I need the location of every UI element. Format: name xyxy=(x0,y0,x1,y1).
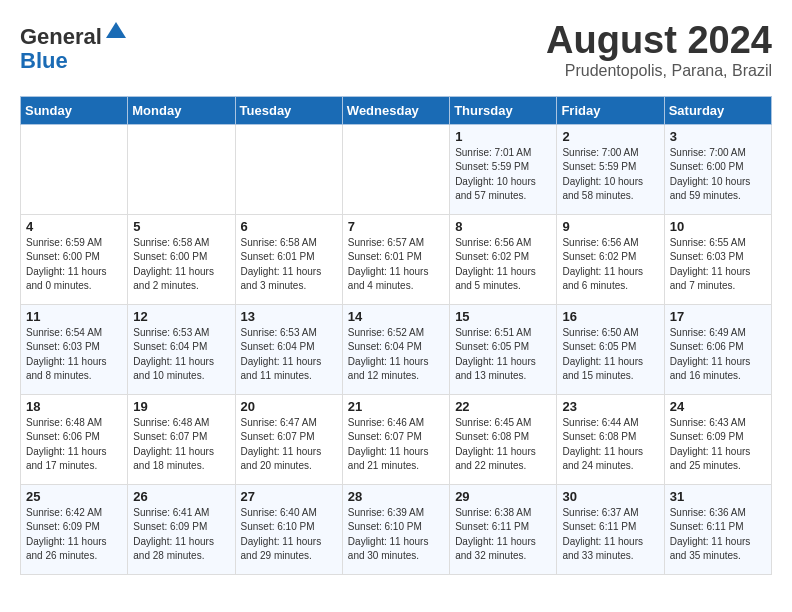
day-info: Sunrise: 6:52 AM Sunset: 6:04 PM Dayligh… xyxy=(348,326,444,384)
page-header: General Blue August 2024 Prudentopolis, … xyxy=(20,20,772,80)
day-number: 31 xyxy=(670,489,766,504)
day-info: Sunrise: 6:46 AM Sunset: 6:07 PM Dayligh… xyxy=(348,416,444,474)
day-number: 24 xyxy=(670,399,766,414)
calendar-cell: 14Sunrise: 6:52 AM Sunset: 6:04 PM Dayli… xyxy=(342,304,449,394)
calendar-cell: 9Sunrise: 6:56 AM Sunset: 6:02 PM Daylig… xyxy=(557,214,664,304)
day-info: Sunrise: 6:40 AM Sunset: 6:10 PM Dayligh… xyxy=(241,506,337,564)
day-number: 23 xyxy=(562,399,658,414)
day-number: 22 xyxy=(455,399,551,414)
calendar-cell: 25Sunrise: 6:42 AM Sunset: 6:09 PM Dayli… xyxy=(21,484,128,574)
header-day: Saturday xyxy=(664,96,771,124)
calendar-header: SundayMondayTuesdayWednesdayThursdayFrid… xyxy=(21,96,772,124)
header-day: Monday xyxy=(128,96,235,124)
calendar-cell: 10Sunrise: 6:55 AM Sunset: 6:03 PM Dayli… xyxy=(664,214,771,304)
calendar-week-row: 11Sunrise: 6:54 AM Sunset: 6:03 PM Dayli… xyxy=(21,304,772,394)
calendar-body: 1Sunrise: 7:01 AM Sunset: 5:59 PM Daylig… xyxy=(21,124,772,574)
logo-text: General Blue xyxy=(20,20,128,73)
day-info: Sunrise: 6:42 AM Sunset: 6:09 PM Dayligh… xyxy=(26,506,122,564)
day-number: 3 xyxy=(670,129,766,144)
day-number: 30 xyxy=(562,489,658,504)
day-number: 20 xyxy=(241,399,337,414)
day-number: 12 xyxy=(133,309,229,324)
day-info: Sunrise: 6:55 AM Sunset: 6:03 PM Dayligh… xyxy=(670,236,766,294)
logo-general: General xyxy=(20,24,102,49)
calendar-cell xyxy=(21,124,128,214)
calendar-cell: 1Sunrise: 7:01 AM Sunset: 5:59 PM Daylig… xyxy=(450,124,557,214)
calendar-cell xyxy=(235,124,342,214)
calendar-cell: 22Sunrise: 6:45 AM Sunset: 6:08 PM Dayli… xyxy=(450,394,557,484)
day-number: 4 xyxy=(26,219,122,234)
day-number: 5 xyxy=(133,219,229,234)
calendar-table: SundayMondayTuesdayWednesdayThursdayFrid… xyxy=(20,96,772,575)
day-info: Sunrise: 7:00 AM Sunset: 5:59 PM Dayligh… xyxy=(562,146,658,204)
calendar-week-row: 18Sunrise: 6:48 AM Sunset: 6:06 PM Dayli… xyxy=(21,394,772,484)
calendar-cell xyxy=(128,124,235,214)
calendar-cell: 12Sunrise: 6:53 AM Sunset: 6:04 PM Dayli… xyxy=(128,304,235,394)
calendar-cell: 16Sunrise: 6:50 AM Sunset: 6:05 PM Dayli… xyxy=(557,304,664,394)
day-number: 11 xyxy=(26,309,122,324)
header-day: Tuesday xyxy=(235,96,342,124)
day-info: Sunrise: 6:56 AM Sunset: 6:02 PM Dayligh… xyxy=(562,236,658,294)
day-info: Sunrise: 7:01 AM Sunset: 5:59 PM Dayligh… xyxy=(455,146,551,204)
day-number: 15 xyxy=(455,309,551,324)
calendar-cell: 3Sunrise: 7:00 AM Sunset: 6:00 PM Daylig… xyxy=(664,124,771,214)
day-number: 26 xyxy=(133,489,229,504)
day-info: Sunrise: 6:45 AM Sunset: 6:08 PM Dayligh… xyxy=(455,416,551,474)
calendar-cell xyxy=(342,124,449,214)
day-number: 6 xyxy=(241,219,337,234)
calendar-cell: 27Sunrise: 6:40 AM Sunset: 6:10 PM Dayli… xyxy=(235,484,342,574)
day-number: 28 xyxy=(348,489,444,504)
day-info: Sunrise: 6:47 AM Sunset: 6:07 PM Dayligh… xyxy=(241,416,337,474)
day-info: Sunrise: 6:58 AM Sunset: 6:01 PM Dayligh… xyxy=(241,236,337,294)
header-day: Sunday xyxy=(21,96,128,124)
day-info: Sunrise: 7:00 AM Sunset: 6:00 PM Dayligh… xyxy=(670,146,766,204)
day-number: 18 xyxy=(26,399,122,414)
day-number: 7 xyxy=(348,219,444,234)
day-number: 27 xyxy=(241,489,337,504)
day-number: 8 xyxy=(455,219,551,234)
day-info: Sunrise: 6:41 AM Sunset: 6:09 PM Dayligh… xyxy=(133,506,229,564)
logo-icon xyxy=(104,20,128,44)
day-number: 17 xyxy=(670,309,766,324)
day-info: Sunrise: 6:43 AM Sunset: 6:09 PM Dayligh… xyxy=(670,416,766,474)
day-info: Sunrise: 6:56 AM Sunset: 6:02 PM Dayligh… xyxy=(455,236,551,294)
calendar-cell: 2Sunrise: 7:00 AM Sunset: 5:59 PM Daylig… xyxy=(557,124,664,214)
day-info: Sunrise: 6:58 AM Sunset: 6:00 PM Dayligh… xyxy=(133,236,229,294)
day-info: Sunrise: 6:54 AM Sunset: 6:03 PM Dayligh… xyxy=(26,326,122,384)
day-info: Sunrise: 6:50 AM Sunset: 6:05 PM Dayligh… xyxy=(562,326,658,384)
calendar-cell: 7Sunrise: 6:57 AM Sunset: 6:01 PM Daylig… xyxy=(342,214,449,304)
calendar-cell: 26Sunrise: 6:41 AM Sunset: 6:09 PM Dayli… xyxy=(128,484,235,574)
day-info: Sunrise: 6:51 AM Sunset: 6:05 PM Dayligh… xyxy=(455,326,551,384)
day-info: Sunrise: 6:36 AM Sunset: 6:11 PM Dayligh… xyxy=(670,506,766,564)
logo: General Blue xyxy=(20,20,128,73)
calendar-week-row: 1Sunrise: 7:01 AM Sunset: 5:59 PM Daylig… xyxy=(21,124,772,214)
day-number: 29 xyxy=(455,489,551,504)
header-row: SundayMondayTuesdayWednesdayThursdayFrid… xyxy=(21,96,772,124)
calendar-cell: 8Sunrise: 6:56 AM Sunset: 6:02 PM Daylig… xyxy=(450,214,557,304)
day-number: 16 xyxy=(562,309,658,324)
day-info: Sunrise: 6:38 AM Sunset: 6:11 PM Dayligh… xyxy=(455,506,551,564)
day-info: Sunrise: 6:48 AM Sunset: 6:07 PM Dayligh… xyxy=(133,416,229,474)
day-info: Sunrise: 6:53 AM Sunset: 6:04 PM Dayligh… xyxy=(241,326,337,384)
day-number: 2 xyxy=(562,129,658,144)
calendar-week-row: 4Sunrise: 6:59 AM Sunset: 6:00 PM Daylig… xyxy=(21,214,772,304)
calendar-cell: 23Sunrise: 6:44 AM Sunset: 6:08 PM Dayli… xyxy=(557,394,664,484)
calendar-cell: 28Sunrise: 6:39 AM Sunset: 6:10 PM Dayli… xyxy=(342,484,449,574)
location: Prudentopolis, Parana, Brazil xyxy=(546,62,772,80)
day-number: 25 xyxy=(26,489,122,504)
header-day: Wednesday xyxy=(342,96,449,124)
day-number: 13 xyxy=(241,309,337,324)
calendar-cell: 19Sunrise: 6:48 AM Sunset: 6:07 PM Dayli… xyxy=(128,394,235,484)
calendar-cell: 11Sunrise: 6:54 AM Sunset: 6:03 PM Dayli… xyxy=(21,304,128,394)
day-info: Sunrise: 6:59 AM Sunset: 6:00 PM Dayligh… xyxy=(26,236,122,294)
day-number: 10 xyxy=(670,219,766,234)
day-info: Sunrise: 6:57 AM Sunset: 6:01 PM Dayligh… xyxy=(348,236,444,294)
logo-blue: Blue xyxy=(20,48,68,73)
calendar-cell: 20Sunrise: 6:47 AM Sunset: 6:07 PM Dayli… xyxy=(235,394,342,484)
day-number: 14 xyxy=(348,309,444,324)
day-info: Sunrise: 6:53 AM Sunset: 6:04 PM Dayligh… xyxy=(133,326,229,384)
calendar-week-row: 25Sunrise: 6:42 AM Sunset: 6:09 PM Dayli… xyxy=(21,484,772,574)
header-day: Friday xyxy=(557,96,664,124)
calendar-cell: 30Sunrise: 6:37 AM Sunset: 6:11 PM Dayli… xyxy=(557,484,664,574)
calendar-cell: 4Sunrise: 6:59 AM Sunset: 6:00 PM Daylig… xyxy=(21,214,128,304)
